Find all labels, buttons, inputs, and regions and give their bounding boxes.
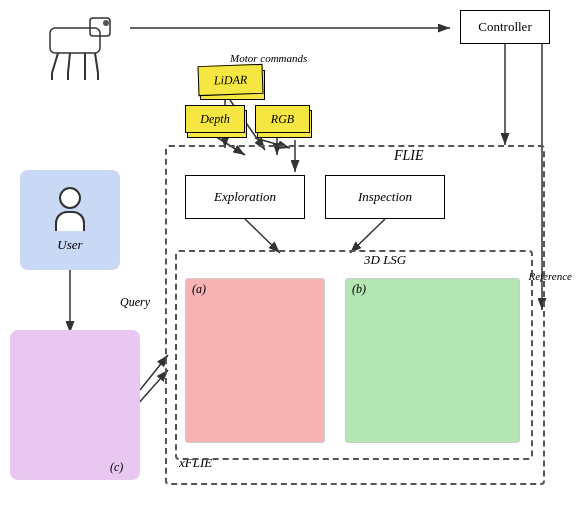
inspection-box: Inspection (325, 175, 445, 219)
exploration-box: Exploration (185, 175, 305, 219)
rgb-label: RGB (271, 112, 294, 127)
exploration-label: Exploration (214, 189, 276, 205)
svg-point-13 (103, 20, 109, 26)
lidar-label: LiDAR (214, 72, 248, 88)
diagram-container: Controller Motor commands Reference LiDA… (0, 0, 580, 530)
user-icon (55, 187, 85, 231)
graph-a-label: (a) (192, 282, 206, 297)
lidar-sensor: LiDAR (197, 64, 263, 96)
user-label: User (57, 237, 82, 253)
person-head (59, 187, 81, 209)
graph-a-box (185, 278, 325, 443)
svg-rect-4 (90, 18, 110, 36)
graph-b-box (345, 278, 520, 443)
graph-b-label: (b) (352, 282, 366, 297)
svg-line-72 (137, 370, 168, 405)
controller-box: Controller (460, 10, 550, 44)
user-box: User (20, 170, 120, 270)
inspection-label: Inspection (358, 189, 412, 205)
graph-c-label: (c) (110, 460, 123, 475)
svg-line-23 (140, 355, 168, 390)
svg-line-11 (95, 53, 98, 73)
rgb-sensor: RGB (255, 105, 310, 133)
svg-line-5 (52, 53, 58, 73)
svg-line-7 (68, 53, 70, 73)
depth-sensor: Depth (185, 105, 245, 133)
query-label: Query (120, 295, 150, 310)
controller-label: Controller (478, 19, 531, 35)
graph-c-box (10, 330, 140, 480)
lsg-label: 3D LSG (360, 252, 410, 268)
person-body (55, 211, 85, 231)
depth-label: Depth (200, 112, 229, 127)
svg-rect-3 (50, 28, 100, 53)
flie-label: FLIE (390, 148, 428, 164)
motor-commands-label: Motor commands (230, 52, 307, 64)
